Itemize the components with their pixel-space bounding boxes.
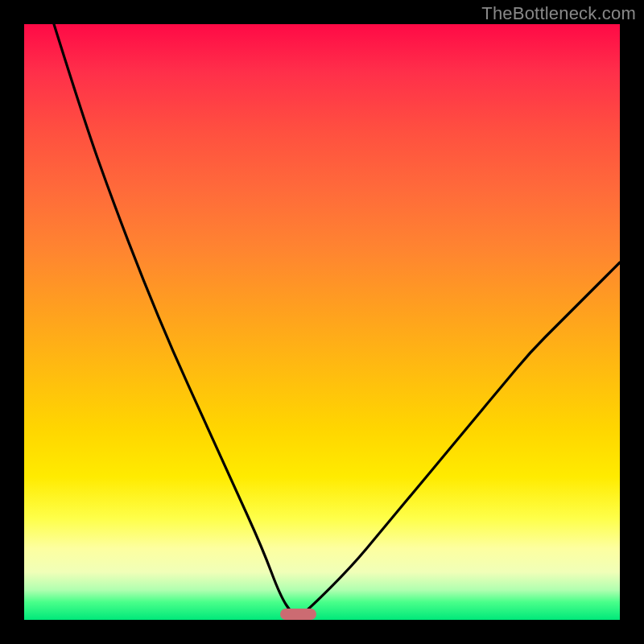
bottleneck-curve	[54, 24, 620, 616]
optimum-marker	[280, 609, 316, 620]
chart-container: TheBottleneck.com	[0, 0, 644, 644]
watermark-text: TheBottleneck.com	[481, 3, 636, 24]
plot-area	[24, 24, 620, 620]
curve-svg	[24, 24, 620, 620]
